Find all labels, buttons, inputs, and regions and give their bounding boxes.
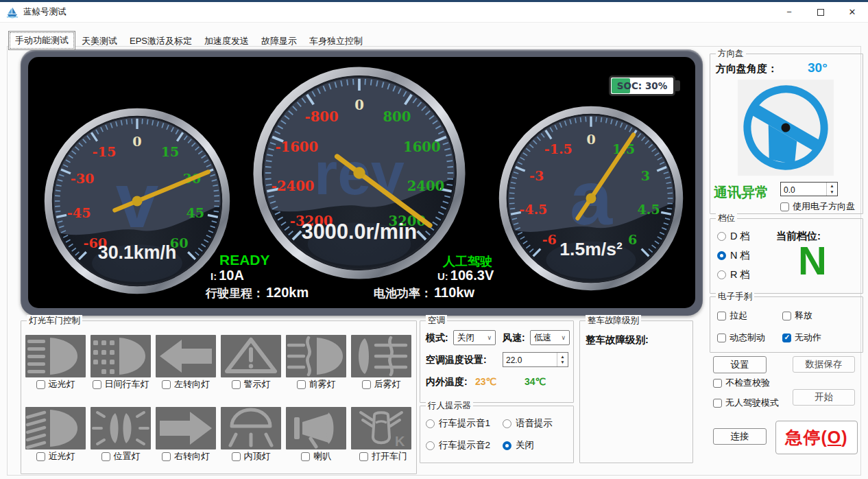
horn-row: 喇叭 [286, 450, 346, 463]
tab-fault-display[interactable]: 故障显示 [255, 32, 303, 50]
right-turn-signal-checkbox[interactable] [162, 452, 171, 461]
svg-text:-1.5: -1.5 [544, 141, 572, 156]
svg-text:-800: -800 [305, 109, 339, 125]
estop-text: ) [841, 428, 847, 447]
ac-mode-select[interactable]: 关闭 ∨ [453, 330, 496, 345]
low-beam-icon [25, 407, 86, 449]
door-open-checkbox[interactable] [359, 452, 368, 461]
svg-text:-4.5: -4.5 [519, 202, 547, 217]
ac-fan-select[interactable]: 低速 ∨ [530, 330, 570, 345]
gear-r-label: R 档 [730, 268, 750, 281]
gear-d-radio[interactable] [717, 232, 726, 241]
front-fog-light-checkbox[interactable] [297, 380, 306, 389]
ac-temp-spinbox[interactable]: 22.0 ▲▼ [503, 352, 568, 367]
gear-n-radio[interactable] [717, 251, 726, 260]
dome-light-checkbox[interactable] [232, 452, 241, 461]
rear-fog-light-icon [351, 335, 411, 377]
ac-inout-temp-label: 内外温度: [426, 376, 468, 388]
tab-body-independent-control[interactable]: 车身独立控制 [303, 32, 369, 50]
handbrake-release-row: 释放 [782, 309, 812, 322]
hazard-warning-checkbox[interactable] [232, 380, 241, 389]
handbrake-release-checkbox[interactable] [782, 312, 791, 320]
dome-light-tile[interactable] [221, 407, 281, 449]
gear-r-option: R 档 [717, 268, 750, 281]
svg-text:0: 0 [354, 97, 364, 113]
steering-angle-input-value: 0.0 [781, 183, 826, 196]
handbrake-no-action-checkbox[interactable] [782, 334, 791, 342]
svg-text:-2400: -2400 [272, 178, 315, 194]
skip-verify-checkbox[interactable] [713, 379, 722, 388]
ac-panel-title: 空调 [426, 315, 447, 327]
left-turn-signal-checkbox[interactable] [162, 380, 171, 389]
connect-button[interactable]: 连接 [713, 428, 767, 445]
gear-r-radio[interactable] [717, 270, 726, 279]
right-turn-signal-label: 右转向灯 [174, 450, 210, 463]
left-turn-signal-tile[interactable] [156, 335, 216, 377]
handbrake-dynamic-brake-checkbox[interactable] [717, 334, 726, 342]
high-beam-row: 远光灯 [25, 378, 86, 390]
svg-text:0: 0 [132, 134, 141, 150]
hazard-warning-icon [221, 335, 281, 377]
high-beam-label: 远光灯 [49, 378, 75, 390]
door-open-tile[interactable]: K [351, 407, 411, 449]
horn-tile[interactable] [286, 407, 346, 449]
handbrake-noaction-row: 无动作 [782, 331, 821, 344]
gear-n-label: N 档 [730, 249, 750, 262]
minimize-button[interactable]: − [773, 2, 805, 22]
dome-light-icon [221, 407, 281, 449]
driverless-mode-checkbox[interactable] [713, 399, 722, 408]
dome-light-row: 内顶灯 [221, 450, 281, 463]
tab-eps-activation-calibration[interactable]: EPS激活及标定 [123, 32, 198, 50]
rear-fog-light-checkbox[interactable] [362, 380, 371, 389]
high-beam-tile[interactable] [25, 335, 86, 377]
driverless-mode-label: 无人驾驶模式 [725, 397, 779, 409]
close-button[interactable]: ✕ [836, 2, 868, 22]
tab-tianmei-test[interactable]: 天美测试 [75, 32, 123, 50]
settings-button[interactable]: 设置 [713, 356, 767, 373]
right-turn-signal-row: 右转向灯 [156, 450, 216, 463]
front-fog-light-tile[interactable] [286, 335, 346, 377]
alert-off-radio[interactable] [503, 441, 511, 450]
low-beam-checkbox[interactable] [36, 452, 45, 461]
spinner-arrows-icon[interactable]: ▲▼ [826, 183, 837, 196]
alert-sound1-label: 行车提示音1 [439, 417, 490, 430]
handbrake-pull-checkbox[interactable] [717, 312, 726, 320]
battery-power: 电池功率： 110kw [374, 285, 474, 301]
position-light-tile[interactable] [91, 407, 151, 449]
maximize-button[interactable] [805, 2, 836, 22]
right-turn-signal-tile[interactable] [156, 407, 216, 449]
daytime-running-light-tile[interactable] [91, 335, 151, 377]
use-electronic-steering-checkbox[interactable] [780, 202, 789, 211]
rear-fog-light-tile[interactable] [351, 335, 411, 377]
position-light-checkbox[interactable] [101, 452, 110, 461]
svg-text:0: 0 [586, 132, 595, 147]
spinner-arrows-icon[interactable]: ▲▼ [557, 353, 568, 366]
estop-text: 急停( [785, 426, 827, 449]
steering-angle-spinbox[interactable]: 0.0 ▲▼ [780, 182, 838, 196]
low-beam-tile[interactable] [25, 407, 86, 449]
hazard-warning-tile[interactable] [221, 335, 281, 377]
voice-prompt-radio[interactable] [503, 419, 511, 428]
tab-acceleration-send[interactable]: 加速度发送 [198, 32, 255, 50]
svg-text:3000.0r/min: 3000.0r/min [302, 220, 417, 243]
start-button[interactable]: 开始 [793, 389, 855, 406]
accel-gauge: -6-4.5-3-1.501.534.56 a 1.5m/s² [496, 103, 686, 294]
gear-d-option: D 档 [717, 230, 750, 243]
horn-checkbox[interactable] [301, 452, 310, 461]
alert-sound1-option: 行车提示音1 [426, 417, 490, 430]
emergency-stop-button[interactable]: 急停(O) [775, 421, 858, 454]
alert-sound1-radio[interactable] [426, 419, 435, 428]
chevron-down-icon: ∨ [487, 334, 492, 341]
power-value: 110kw [434, 285, 474, 301]
high-beam-checkbox[interactable] [36, 380, 45, 389]
svg-text:-1600: -1600 [275, 139, 318, 155]
driverless-mode-row: 无人驾驶模式 [713, 397, 779, 409]
door-open-row: 打开车门 [351, 450, 415, 463]
alert-sound2-radio[interactable] [426, 441, 435, 450]
handbrake-panel-title: 电子手刹 [716, 291, 754, 303]
daytime-running-light-checkbox[interactable] [93, 380, 101, 389]
tab-manual-function-test[interactable]: 手动功能测试 [8, 31, 75, 50]
app-window: 蓝鲸号测试 − ✕ 手动功能测试 天美测试 EPS激活及标定 加速度发送 故障显… [0, 0, 868, 479]
steering-wheel-image [738, 80, 834, 176]
data-save-button[interactable]: 数据保存 [793, 356, 855, 373]
